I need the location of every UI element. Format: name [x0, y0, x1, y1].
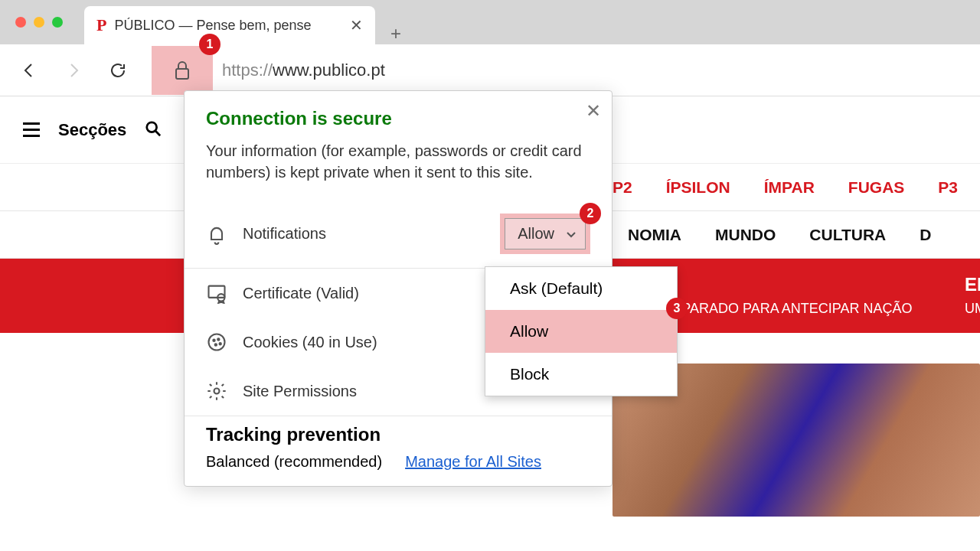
notifications-dropdown: Ask (Default) Allow 3 Block — [485, 266, 678, 396]
hamburger-icon[interactable] — [23, 122, 40, 137]
dropdown-option-allow[interactable]: Allow 3 — [485, 310, 677, 353]
chevron-down-icon — [565, 228, 577, 240]
dropdown-option-block[interactable]: Block — [485, 353, 677, 396]
gear-icon — [206, 380, 227, 402]
svg-rect-3 — [209, 286, 225, 298]
back-button[interactable] — [18, 60, 40, 81]
svg-point-10 — [214, 389, 220, 394]
close-tab-icon[interactable]: ✕ — [350, 16, 363, 34]
sections-label[interactable]: Secções — [58, 120, 126, 140]
dropdown-option-ask[interactable]: Ask (Default) — [485, 267, 677, 310]
band-title: EM — [965, 274, 980, 295]
popup-description: Your information (for example, passwords… — [206, 140, 590, 183]
nav-link[interactable]: P3 — [938, 178, 958, 197]
close-window-button[interactable] — [15, 17, 26, 28]
nav-link[interactable]: MUNDO — [715, 226, 776, 244]
nav-link[interactable]: NOMIA — [628, 226, 681, 244]
nav-link[interactable]: ÍPSILON — [666, 178, 730, 197]
tab-title: PÚBLICO — Pense bem, pense — [114, 18, 342, 34]
browser-tab[interactable]: P PÚBLICO — Pense bem, pense ✕ — [84, 6, 375, 44]
notifications-select-highlight: Allow 2 — [500, 214, 590, 254]
nav-link[interactable]: ÍMPAR — [764, 178, 815, 197]
band-body: UM PAN — [965, 300, 980, 318]
browser-titlebar: P PÚBLICO — Pense bem, pense ✕ + — [0, 0, 980, 44]
certificate-icon — [206, 282, 227, 304]
svg-point-9 — [220, 343, 221, 344]
maximize-window-button[interactable] — [52, 17, 63, 28]
notifications-select[interactable]: Allow — [505, 218, 586, 249]
callout-badge-1: 1 — [199, 34, 220, 55]
notifications-label: Notifications — [243, 225, 485, 243]
svg-rect-0 — [176, 69, 188, 79]
address-bar[interactable]: 1 https://www.publico.pt — [152, 46, 962, 95]
search-icon[interactable] — [145, 120, 162, 140]
reload-button[interactable] — [107, 60, 129, 81]
nav-link[interactable]: P2 — [612, 178, 632, 197]
manage-sites-link[interactable]: Manage for All Sites — [405, 453, 541, 471]
svg-point-7 — [217, 338, 219, 340]
svg-line-2 — [155, 130, 160, 135]
nav-link[interactable]: CULTURA — [809, 226, 886, 244]
forward-button[interactable] — [63, 60, 84, 81]
tab-strip: P PÚBLICO — Pense bem, pense ✕ + — [84, 0, 401, 44]
callout-badge-3: 3 — [666, 298, 688, 319]
site-identity-button[interactable]: 1 — [152, 46, 213, 95]
notifications-row: Notifications Allow 2 — [185, 200, 612, 268]
favicon: P — [96, 15, 106, 35]
browser-toolbar: 1 https://www.publico.pt — [0, 44, 980, 96]
minimize-window-button[interactable] — [34, 17, 44, 28]
popup-title: Connection is secure — [206, 108, 590, 129]
svg-point-1 — [147, 122, 157, 132]
window-controls — [15, 17, 63, 28]
callout-badge-2: 2 — [580, 203, 601, 224]
tracking-heading: Tracking prevention — [206, 424, 590, 445]
svg-point-6 — [213, 340, 214, 341]
bell-icon — [206, 223, 227, 245]
cookie-icon — [206, 331, 227, 353]
close-icon[interactable]: ✕ — [586, 100, 601, 122]
svg-point-5 — [209, 334, 225, 350]
new-tab-button[interactable]: + — [390, 23, 401, 44]
nav-link[interactable]: D — [920, 226, 931, 244]
nav-link[interactable]: FUGAS — [848, 178, 905, 197]
tracking-mode: Balanced (recommended) — [206, 453, 382, 471]
url-text: https://www.publico.pt — [222, 60, 385, 80]
svg-point-8 — [215, 344, 217, 345]
